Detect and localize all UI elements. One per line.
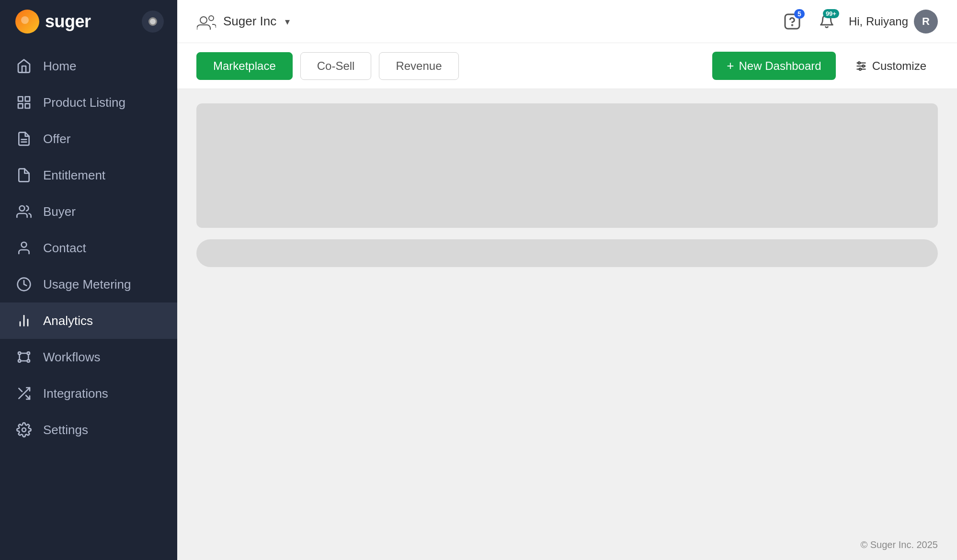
svg-rect-5 <box>25 104 30 108</box>
svg-point-8 <box>20 206 25 211</box>
svg-rect-4 <box>18 104 23 108</box>
customize-label: Customize <box>872 59 926 73</box>
svg-point-27 <box>209 16 214 21</box>
plus-icon: + <box>727 58 734 73</box>
svg-point-34 <box>862 65 864 67</box>
company-selector[interactable]: Suger Inc ▾ <box>196 11 290 32</box>
sidebar-item-usage-metering-label: Usage Metering <box>43 277 131 292</box>
home-icon <box>15 57 33 75</box>
svg-point-33 <box>858 62 860 64</box>
svg-point-25 <box>22 428 26 432</box>
dashboard-placeholder-bar <box>196 239 938 267</box>
topbar: Suger Inc ▾ 5 99+ Hi, Rui <box>177 0 957 43</box>
sidebar-item-entitlement[interactable]: Entitlement <box>0 157 177 193</box>
sidebar-nav: Home Product Listing Offer <box>0 43 177 560</box>
integrations-icon <box>15 385 33 402</box>
svg-point-1 <box>21 16 29 24</box>
sidebar-item-workflows-label: Workflows <box>43 350 100 365</box>
sidebar-item-settings-label: Settings <box>43 423 88 437</box>
user-avatar: R <box>914 10 938 34</box>
entitlement-icon <box>15 167 33 184</box>
sidebar-header: suger <box>0 0 177 43</box>
notifications-button[interactable]: 99+ <box>814 9 839 34</box>
sidebar-item-product-listing[interactable]: Product Listing <box>0 84 177 121</box>
sidebar-item-workflows[interactable]: Workflows <box>0 339 177 375</box>
svg-rect-3 <box>25 97 30 101</box>
logo-area: suger <box>15 10 91 34</box>
sidebar-toggle-button[interactable] <box>142 11 164 33</box>
sidebar-item-buyer[interactable]: Buyer <box>0 193 177 230</box>
help-button[interactable]: 5 <box>780 9 805 34</box>
sidebar: suger Home Product Listing <box>0 0 177 560</box>
product-listing-icon <box>15 94 33 111</box>
sidebar-item-entitlement-label: Entitlement <box>43 168 105 183</box>
dashboard-placeholder-block <box>196 103 938 228</box>
topbar-actions: 5 99+ Hi, Ruiyang R <box>780 9 938 34</box>
notifications-badge: 99+ <box>823 9 839 18</box>
sidebar-item-offer-label: Offer <box>43 132 70 146</box>
new-dashboard-label: New Dashboard <box>739 59 821 73</box>
sidebar-item-contact[interactable]: Contact <box>0 230 177 266</box>
tab-marketplace[interactable]: Marketplace <box>196 52 293 80</box>
workflows-icon <box>15 348 33 366</box>
help-badge: 5 <box>794 9 805 19</box>
contact-icon <box>15 239 33 257</box>
toggle-circle-icon <box>148 17 157 26</box>
copyright-text: © Suger Inc. 2025 <box>860 539 938 550</box>
company-name: Suger Inc <box>223 14 276 29</box>
analytics-icon <box>15 312 33 329</box>
new-dashboard-button[interactable]: + New Dashboard <box>712 52 835 80</box>
footer: © Suger Inc. 2025 <box>177 530 957 560</box>
company-icon <box>196 11 216 32</box>
sidebar-item-product-listing-label: Product Listing <box>43 95 125 110</box>
sidebar-item-settings[interactable]: Settings <box>0 412 177 448</box>
svg-point-9 <box>22 242 27 247</box>
user-greeting-text: Hi, Ruiyang <box>849 15 908 28</box>
buyer-icon <box>15 203 33 220</box>
svg-point-26 <box>200 17 207 23</box>
sidebar-item-analytics[interactable]: Analytics <box>0 302 177 339</box>
sidebar-item-integrations-label: Integrations <box>43 386 108 401</box>
sidebar-item-analytics-label: Analytics <box>43 314 93 328</box>
svg-point-29 <box>792 24 793 25</box>
svg-point-35 <box>859 68 861 70</box>
sidebar-item-contact-label: Contact <box>43 241 86 256</box>
tab-co-sell[interactable]: Co-Sell <box>300 52 372 80</box>
sidebar-item-usage-metering[interactable]: Usage Metering <box>0 266 177 302</box>
svg-line-24 <box>19 388 22 392</box>
tab-revenue[interactable]: Revenue <box>379 52 458 80</box>
settings-icon <box>15 421 33 438</box>
sliders-icon <box>855 60 867 72</box>
svg-rect-2 <box>18 97 23 101</box>
offer-icon <box>15 130 33 147</box>
sidebar-item-buyer-label: Buyer <box>43 204 76 219</box>
sidebar-item-offer[interactable]: Offer <box>0 121 177 157</box>
sidebar-item-home-label: Home <box>43 59 76 74</box>
usage-metering-icon <box>15 276 33 293</box>
suger-logo-icon <box>15 10 39 34</box>
company-dropdown-icon: ▾ <box>285 16 290 27</box>
sidebar-item-integrations[interactable]: Integrations <box>0 375 177 412</box>
dashboard-area <box>177 89 957 530</box>
content-area: Marketplace Co-Sell Revenue + New Dashbo… <box>177 43 957 560</box>
tabs-bar: Marketplace Co-Sell Revenue + New Dashbo… <box>177 43 957 89</box>
logo-text: suger <box>45 11 91 32</box>
main-content: Suger Inc ▾ 5 99+ Hi, Rui <box>177 0 957 560</box>
sidebar-item-home[interactable]: Home <box>0 48 177 84</box>
customize-button[interactable]: Customize <box>843 53 938 79</box>
user-menu[interactable]: Hi, Ruiyang R <box>849 10 938 34</box>
